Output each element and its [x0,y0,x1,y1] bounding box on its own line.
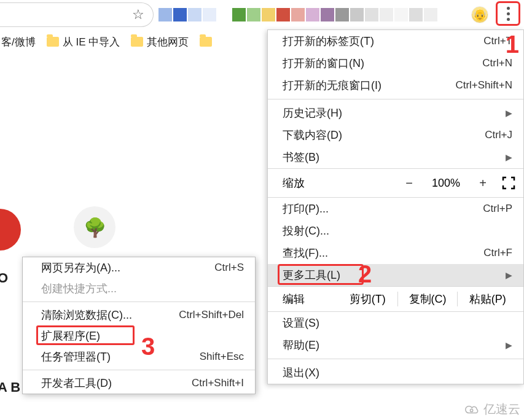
color-swatch [232,8,246,21]
menu-item-label: 下载内容(D) [283,128,485,142]
menu-shortcut: Ctrl+Shift+N [455,79,512,91]
menu-item[interactable]: 打开新的窗口(N)Ctrl+N [268,52,523,74]
color-swatch [291,8,305,21]
avatar-emoji: 👴 [473,8,487,21]
menu-item[interactable]: 历史记录(H)▶ [268,102,523,124]
copy-button[interactable]: 复制(C) [398,292,458,306]
zoom-value: 100% [428,177,464,190]
fullscreen-icon[interactable] [501,176,516,190]
menu-item[interactable]: 打印(P)...Ctrl+P [268,198,523,220]
chevron-right-icon: ▶ [506,270,512,280]
color-swatch [335,8,349,21]
color-swatch [276,8,290,21]
menu-item-label: 设置(S) [283,316,512,330]
submenu-item[interactable]: 清除浏览数据(C)...Ctrl+Shift+Del [23,305,255,325]
svg-point-0 [471,409,473,411]
profile-avatar[interactable]: 👴 [471,6,488,23]
menu-item[interactable]: 退出(X) [268,362,523,384]
color-swatch [306,8,319,21]
bookmark-item[interactable]: 从 IE 中导入 [47,35,120,49]
menu-item-label: 帮助(E) [283,338,506,352]
page-text-fragment: A B [0,379,20,395]
watermark: 亿速云 [464,401,520,418]
menu-item-label: 打印(P)... [283,201,483,216]
menu-shortcut: Ctrl+Shift+I [192,377,244,389]
menu-separator [23,370,255,370]
menu-shortcut: Ctrl+P [483,203,512,215]
menu-shortcut: Ctrl+N [482,57,512,69]
folder-icon [47,37,59,47]
color-swatch [409,8,423,21]
menu-item-label: 历史记录(H) [283,106,506,120]
bookmark-label: 从 IE 中导入 [63,35,120,49]
site-shortcut-circle[interactable]: 🌳 [74,206,115,248]
menu-shortcut: Ctrl+J [485,129,512,141]
main-dropdown-menu: 打开新的标签页(T)Ctrl+T打开新的窗口(N)Ctrl+N打开新的无痕窗口(… [267,29,524,384]
menu-item[interactable]: 打开新的无痕窗口(I)Ctrl+Shift+N [268,74,523,96]
menu-shortcut: Shift+Esc [200,351,244,363]
zoom-in-button[interactable]: + [471,176,495,190]
submenu-item[interactable]: 扩展程序(E) [23,325,255,346]
color-swatch [439,8,452,21]
menu-item[interactable]: 查找(F)...Ctrl+F [268,242,523,264]
annotation-number-3: 3 [141,333,155,360]
main-menu-button[interactable] [496,1,520,26]
submenu-item: 创建快捷方式... [23,278,255,299]
menu-item-label: 打开新的窗口(N) [283,56,482,71]
annotation-box [278,264,364,285]
submenu-item[interactable]: 任务管理器(T)Shift+Esc [23,346,255,367]
annotation-number-1: 1 [506,31,519,58]
cut-button[interactable]: 剪切(T) [338,292,397,306]
menu-separator [268,359,523,359]
folder-icon [131,37,143,47]
menu-separator [268,99,523,99]
menu-shortcut: Ctrl+S [214,262,244,274]
color-swatch [424,8,437,21]
pixelated-tab-strip [158,2,452,27]
more-tools-submenu: 网页另存为(A)...Ctrl+S创建快捷方式...清除浏览数据(C)...Ct… [22,257,256,394]
menu-item-label: 书签(B) [283,150,506,165]
menu-item-label: 清除浏览数据(C)... [41,308,179,322]
color-swatch [321,8,334,21]
menu-item[interactable]: 打开新的标签页(T)Ctrl+T [268,30,523,52]
menu-shortcut: Ctrl+F [483,247,512,259]
zoom-label: 缩放 [283,176,391,190]
bookmark-item[interactable]: 客/微博 [1,35,36,49]
menu-item[interactable]: 设置(S) [268,312,523,334]
color-swatch [350,8,364,21]
submenu-item[interactable]: 网页另存为(A)...Ctrl+S [23,257,255,278]
bookmark-item[interactable]: 其他网页 [131,35,189,49]
menu-item[interactable]: 帮助(E)▶ [268,334,523,356]
bookmark-item[interactable] [200,37,212,47]
menu-edit-row: 编辑 剪切(T) 复制(C) 粘贴(P) [268,286,523,312]
menu-item[interactable]: 投射(C)... [268,220,523,242]
menu-item-label: 退出(X) [283,365,512,380]
page-text-fragment: O [0,270,8,286]
site-shortcut-circle[interactable] [0,209,21,251]
paste-button[interactable]: 粘贴(P) [458,292,517,306]
kebab-icon [507,7,510,21]
color-swatch [394,8,408,21]
bookmark-star-icon[interactable]: ☆ [132,7,144,23]
menu-item-label: 开发者工具(D) [41,376,192,391]
address-bar-tail[interactable]: ☆ [0,2,154,27]
color-swatch [217,8,231,21]
menu-item-label: 任务管理器(T) [41,349,200,364]
menu-item[interactable]: 更多工具(L)▶ [268,264,523,286]
color-swatch [188,8,201,21]
bookmark-label: 客/微博 [1,35,36,49]
color-swatch [247,8,260,21]
color-swatch [203,8,216,21]
menu-item-label: 打开新的无痕窗口(I) [283,78,455,93]
submenu-item[interactable]: 开发者工具(D)Ctrl+Shift+I [23,373,255,394]
browser-toolbar: ☆ 👴 [0,0,524,29]
watermark-text: 亿速云 [483,401,520,418]
favicon: 🌳 [84,217,106,238]
menu-item-label: 查找(F)... [283,246,483,260]
folder-icon [200,37,212,47]
menu-item[interactable]: 书签(B)▶ [268,146,523,168]
menu-item[interactable]: 下载内容(D)Ctrl+J [268,124,523,146]
menu-separator [23,301,255,302]
menu-item-label: 创建快捷方式... [41,281,244,296]
zoom-out-button[interactable]: − [397,176,421,190]
